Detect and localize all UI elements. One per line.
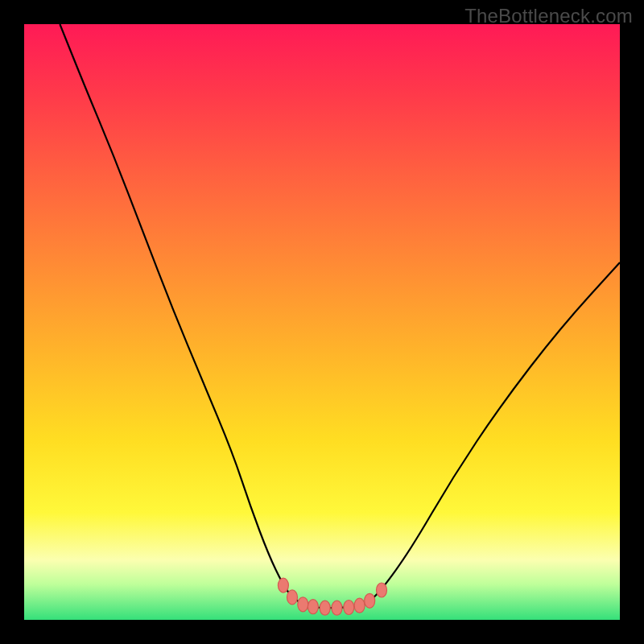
- plot-area: [24, 24, 620, 620]
- data-marker: [354, 598, 365, 613]
- chart-frame: TheBottleneck.com: [0, 0, 644, 644]
- data-markers: [278, 578, 386, 615]
- watermark-text: TheBottleneck.com: [464, 5, 633, 27]
- curve-svg: [24, 24, 620, 620]
- data-marker: [332, 601, 342, 615]
- data-marker: [298, 597, 308, 612]
- bottleneck-curve: [60, 24, 620, 608]
- data-marker: [278, 578, 288, 592]
- data-marker: [320, 601, 330, 615]
- data-marker: [344, 601, 354, 615]
- data-marker: [377, 583, 387, 597]
- data-marker: [287, 590, 298, 605]
- data-marker: [365, 593, 375, 608]
- data-marker: [308, 600, 318, 614]
